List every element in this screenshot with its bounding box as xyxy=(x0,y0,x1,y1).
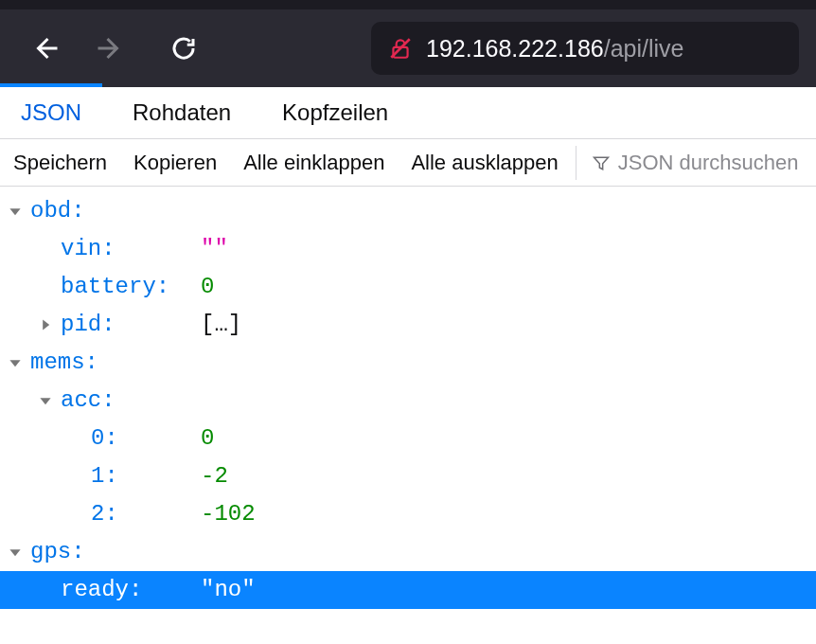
json-toolbar: Speichern Kopieren Alle einklappen Alle … xyxy=(0,139,816,187)
copy-button[interactable]: Kopieren xyxy=(120,139,230,186)
forward-button[interactable] xyxy=(81,22,138,75)
devtools-tabs: JSON Rohdaten Kopfzeilen xyxy=(0,87,816,139)
json-key-obd-vin[interactable]: vin:"" xyxy=(0,230,816,268)
json-key-mems-acc-2[interactable]: 2:-102 xyxy=(0,495,816,533)
json-key-obd-pid[interactable]: pid:[…] xyxy=(0,306,816,344)
filter-icon xyxy=(592,151,611,175)
expand-all-button[interactable]: Alle ausklappen xyxy=(398,139,571,186)
tab-rawdata[interactable]: Rohdaten xyxy=(112,87,252,138)
twisty-down-icon[interactable] xyxy=(0,205,30,218)
reload-button[interactable] xyxy=(155,22,212,75)
tab-json[interactable]: JSON xyxy=(0,87,102,138)
tab-headers[interactable]: Kopfzeilen xyxy=(261,87,409,138)
back-button[interactable] xyxy=(17,22,74,75)
json-key-gps[interactable]: gps: xyxy=(0,533,816,571)
json-key-obd-battery[interactable]: battery:0 xyxy=(0,268,816,306)
twisty-down-icon[interactable] xyxy=(0,546,30,559)
twisty-down-icon[interactable] xyxy=(30,394,61,407)
json-key-mems-acc-1[interactable]: 1:-2 xyxy=(0,457,816,495)
json-key-mems-acc-0[interactable]: 0:0 xyxy=(0,420,816,457)
collapse-all-button[interactable]: Alle einklappen xyxy=(230,139,398,186)
url-text: 192.168.222.186/api/live xyxy=(426,35,683,63)
json-search[interactable] xyxy=(580,151,816,175)
json-viewer: obd: vin:"" battery:0 pid:[…] mems: acc:… xyxy=(0,187,816,609)
twisty-right-icon[interactable] xyxy=(30,318,61,331)
address-bar[interactable]: 192.168.222.186/api/live xyxy=(371,22,799,75)
toolbar-divider xyxy=(576,146,577,180)
window-titlebar xyxy=(0,0,816,9)
json-key-gps-ready[interactable]: ready:"no" xyxy=(0,571,816,609)
json-search-input[interactable] xyxy=(618,151,805,175)
browser-nav-bar: 192.168.222.186/api/live xyxy=(0,9,816,87)
json-key-obd[interactable]: obd: xyxy=(0,192,816,230)
insecure-lock-icon xyxy=(388,36,413,61)
twisty-down-icon[interactable] xyxy=(0,356,30,369)
json-key-mems-acc[interactable]: acc: xyxy=(0,382,816,420)
json-key-mems[interactable]: mems: xyxy=(0,344,816,382)
save-button[interactable]: Speichern xyxy=(0,139,120,186)
